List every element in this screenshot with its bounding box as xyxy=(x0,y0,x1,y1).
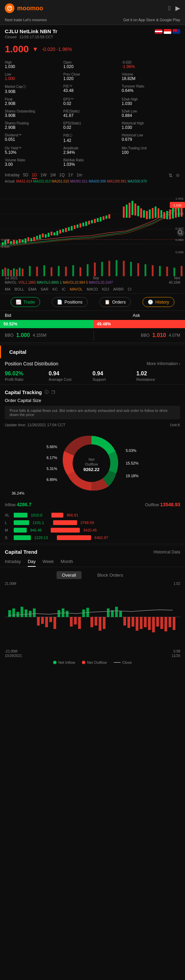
svg-rect-132 xyxy=(95,617,97,625)
stat-shares-floating: Shares Floating 2.90B xyxy=(5,120,63,131)
svg-rect-29 xyxy=(71,226,72,231)
svg-rect-148 xyxy=(160,617,163,629)
indicator-mavol[interactable]: MAVOL xyxy=(69,287,82,291)
indicator-ema[interactable]: EMA xyxy=(29,287,37,291)
xl-out-bar xyxy=(51,513,63,517)
history-button[interactable]: 🕐 History xyxy=(143,297,174,307)
fullscreen-icon[interactable]: ⇅ xyxy=(169,173,173,178)
trend-tab-month[interactable]: Month xyxy=(61,557,73,567)
flow-row-m: M 946.48 3420.45 xyxy=(5,527,180,534)
svg-rect-125 xyxy=(66,611,69,617)
more-info-link[interactable]: More Information › xyxy=(146,361,180,366)
trend-tab-day[interactable]: Day xyxy=(28,557,35,567)
donut-chart-container: 5.66% 6.17% 5.31% 6.89% Net xyxy=(0,429,185,499)
trend-tab-week[interactable]: Week xyxy=(42,557,54,567)
trend-x-labels: 10/29/2021 11/26 xyxy=(5,654,180,658)
trend-subtab-block[interactable]: Block Orders xyxy=(92,571,129,579)
trend-tab-intraday[interactable]: Intraday xyxy=(5,557,21,567)
indicator-ma[interactable]: MA xyxy=(5,287,11,291)
tab-1y[interactable]: 1Y xyxy=(68,172,73,179)
tab-1m[interactable]: 1M xyxy=(50,172,56,179)
svg-rect-39 xyxy=(100,217,101,221)
pct-tl4: 6.89% xyxy=(47,477,57,482)
indicator-kc[interactable]: KC xyxy=(52,287,58,291)
indicator-ic[interactable]: IC xyxy=(62,287,66,291)
tab-1q[interactable]: 1Q xyxy=(59,172,65,179)
donut-right-labels: 5.03% 15.52% 19.18% xyxy=(126,449,138,478)
svg-rect-101 xyxy=(152,265,153,276)
stock-title-bar: CJLU NetLink NBN Tr Closed 11/26 17:15:5… xyxy=(0,25,185,41)
flow-table: XL 1010.0 866.91 L 1101.1 2768.59 M 946.… xyxy=(0,510,185,543)
avg-cost: 0.94 Average Cost xyxy=(49,371,92,382)
svg-rect-88 xyxy=(58,266,60,276)
svg-rect-43 xyxy=(123,207,125,218)
stat-high: High 1.030 xyxy=(5,59,63,70)
svg-rect-27 xyxy=(65,228,67,232)
indicator-kdj[interactable]: KDJ xyxy=(102,287,109,291)
nav-left-text: Next trade Let's moomoo xyxy=(5,18,47,22)
trend-subtabs: Overall Block Orders xyxy=(0,570,185,582)
tab-intraday[interactable]: Intraday xyxy=(5,172,19,179)
stock-meta: Closed 11/26 17:15:59 CCT xyxy=(5,35,180,39)
share-icon[interactable]: ❐ xyxy=(51,390,55,395)
close-line xyxy=(114,662,121,663)
apple-icon[interactable]:  xyxy=(168,5,171,12)
svg-rect-24 xyxy=(56,231,58,235)
section-divider xyxy=(0,343,185,345)
info-icon[interactable]: ⓘ xyxy=(45,389,49,395)
tab-5d[interactable]: 5D xyxy=(23,172,28,179)
svg-rect-112 xyxy=(12,608,15,617)
stat-amplitude: Amplitude 2.94% xyxy=(63,145,122,156)
trend-chart-area: 21.00M 1.02 xyxy=(0,582,185,658)
svg-rect-140 xyxy=(127,617,130,628)
flag-sg xyxy=(155,29,162,34)
donut-left-labels: 5.66% 6.17% 5.31% 6.89% xyxy=(47,445,57,482)
tab-1w[interactable]: 1W xyxy=(40,172,47,179)
indicator-tabs: MA BOLL EMA SAR KC IC MAVOL MACD KDJ ARB… xyxy=(0,285,185,294)
svg-text:0.935: 0.935 xyxy=(175,250,183,254)
trade-button[interactable]: 📈 Trade xyxy=(11,297,40,307)
positions-button[interactable]: 📄 Positions xyxy=(52,297,88,307)
svg-rect-135 xyxy=(107,608,109,617)
indicator-macd[interactable]: MACD xyxy=(87,287,98,291)
historical-data-link[interactable]: Historical Data xyxy=(153,550,180,554)
trend-subtab-overall[interactable]: Overall xyxy=(56,571,82,579)
bid-ask-bar: 50.52% 49.48% xyxy=(0,320,185,328)
stat-market-cap: Market Capⓘ 3.90B xyxy=(5,83,63,95)
svg-rect-21 xyxy=(48,233,49,237)
svg-rect-145 xyxy=(148,617,151,630)
svg-rect-87 xyxy=(51,267,52,276)
indicator-arbr[interactable]: ARBR xyxy=(113,287,124,291)
chart-canvas-container: 1.030 1.041 1.013 0.987 0.960 0.935 0.95… xyxy=(0,184,185,259)
svg-rect-113 xyxy=(16,612,19,617)
android-icon[interactable]: ▶ xyxy=(175,5,180,12)
orders-button[interactable]: 📋 Orders xyxy=(99,297,131,307)
settings-icon[interactable]: ⛭ xyxy=(175,173,180,178)
svg-rect-35 xyxy=(88,221,90,224)
svg-rect-55 xyxy=(158,208,159,218)
indicator-boll[interactable]: BOLL xyxy=(15,287,24,291)
svg-rect-99 xyxy=(137,263,139,276)
legend-net-outflow: Net Outflow xyxy=(82,660,106,665)
xl-in-bar xyxy=(14,513,27,517)
tab-1d[interactable]: 1D xyxy=(32,172,37,179)
svg-rect-51 xyxy=(146,211,148,219)
indicator-sar[interactable]: SAR xyxy=(40,287,48,291)
history-icon: 🕐 xyxy=(148,299,153,305)
donut-svg: Net Outflow 9262.22 xyxy=(61,433,122,494)
svg-rect-15 xyxy=(31,238,32,241)
svg-rect-81 xyxy=(16,269,18,276)
tab-1min[interactable]: 1m xyxy=(76,172,82,179)
nav-right-text: Get it on App Store & Google Play xyxy=(123,18,180,22)
indicator-ci[interactable]: CI xyxy=(128,287,132,291)
svg-rect-12 xyxy=(22,240,23,243)
svg-rect-48 xyxy=(137,206,139,216)
svg-rect-82 xyxy=(19,268,21,276)
svg-text:Outflow: Outflow xyxy=(85,462,98,466)
net-inflow-dot xyxy=(53,661,56,664)
trade-icon: 📈 xyxy=(16,299,21,305)
stat-eps-ttm: EPS™ 0.02 xyxy=(63,96,122,107)
flow-summary: Inflow 4286.7 Outflow 13548.93 xyxy=(0,499,185,510)
svg-rect-22 xyxy=(51,232,52,235)
stat-hist-high: Historical High 1.030 xyxy=(122,120,180,131)
